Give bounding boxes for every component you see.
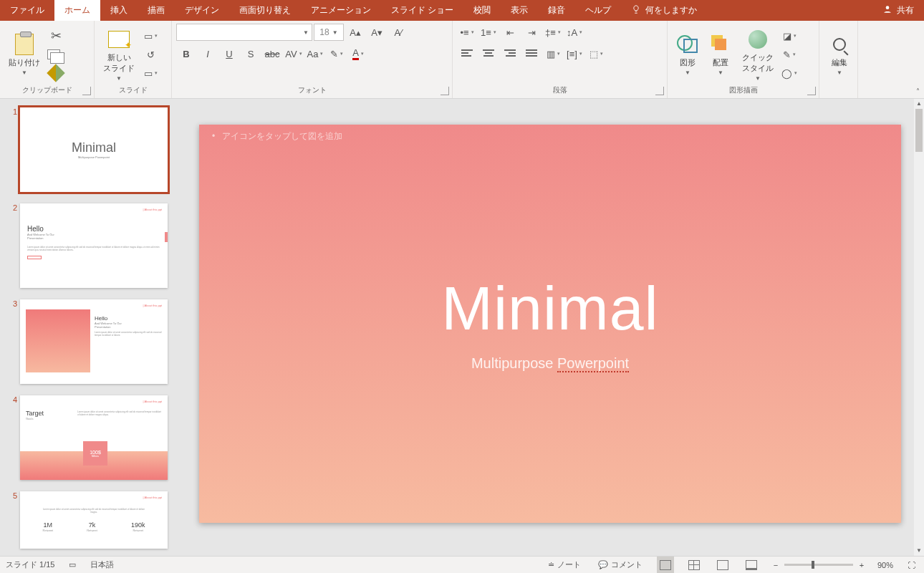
tab-review[interactable]: 校閲	[463, 0, 501, 21]
notes-button[interactable]: ≐ノート	[545, 557, 584, 573]
outdent-button[interactable]: ⇤	[500, 24, 520, 41]
slide-canvas[interactable]: アイコンをタップして図を追加 Minimal Multipurpose Powe…	[199, 125, 901, 523]
paragraph-launcher[interactable]	[655, 87, 664, 95]
tell-me-label: 何をしますか	[645, 4, 697, 16]
tab-slideshow[interactable]: スライド ショー	[381, 0, 463, 21]
group-slides: 新しい スライド ▼ ▭ ↺ ▭ スライド	[95, 21, 172, 98]
copy-icon	[47, 49, 60, 59]
font-color-button[interactable]: A	[348, 45, 368, 62]
tab-home[interactable]: ホーム	[54, 0, 100, 21]
canvas-scroll[interactable]: アイコンをタップして図を追加 Minimal Multipurpose Powe…	[186, 99, 914, 556]
indent-button[interactable]: ⇥	[521, 24, 542, 41]
slide-subtitle[interactable]: Multipurpose Powerpoint	[199, 355, 901, 372]
fit-to-window-button[interactable]: ⛶	[905, 557, 918, 573]
zoom-in-button[interactable]: +	[857, 561, 866, 569]
language-indicator[interactable]: 日本語	[90, 559, 114, 570]
slide-counter[interactable]: スライド 1/15	[6, 559, 54, 570]
strike-icon: abc	[265, 49, 280, 59]
spellcheck-button[interactable]: ▭	[66, 557, 79, 573]
grow-font-button[interactable]: A▴	[345, 24, 365, 41]
zoom-slider[interactable]	[784, 564, 853, 566]
tab-help[interactable]: ヘルプ	[575, 0, 621, 21]
thumb3-title: Hello	[95, 315, 162, 322]
font-size-combo[interactable]: 18▼	[314, 24, 344, 41]
view-reading-button[interactable]	[714, 557, 731, 573]
slide-title[interactable]: Minimal	[199, 272, 901, 343]
tab-design[interactable]: デザイン	[175, 0, 229, 21]
view-slideshow-button[interactable]	[743, 557, 760, 573]
bold-button[interactable]: B	[176, 45, 196, 62]
highlight-button[interactable]: ✎	[327, 45, 347, 62]
find-button[interactable]: 編集 ▼	[824, 32, 855, 77]
italic-button[interactable]: I	[198, 45, 218, 62]
align-left-button[interactable]	[457, 45, 477, 62]
group-clipboard-label: クリップボード	[22, 86, 72, 94]
scroll-down-button[interactable]: ▼	[914, 546, 924, 556]
reset-button[interactable]: ↺	[140, 46, 160, 63]
justify-button[interactable]	[521, 45, 542, 62]
thumb5-b-l: Retweet	[87, 529, 97, 532]
shrink-font-button[interactable]: A▾	[367, 24, 387, 41]
tab-transitions[interactable]: 画面切り替え	[229, 0, 301, 21]
zoom-knob[interactable]	[812, 561, 814, 569]
comments-button[interactable]: 💬コメント	[595, 557, 645, 573]
drawing-launcher[interactable]	[807, 87, 816, 95]
paste-button[interactable]: 貼り付け ▼	[4, 32, 44, 77]
layout-button[interactable]: ▭	[140, 27, 160, 44]
view-normal-button[interactable]	[657, 557, 674, 573]
tab-draw[interactable]: 描画	[138, 0, 175, 21]
text-direction-button[interactable]: ↕A	[564, 24, 584, 41]
font-launcher[interactable]	[441, 87, 449, 95]
slide-thumb-2[interactable]: 2 | About this ppt Hello And Welcome To …	[7, 203, 179, 288]
tab-view[interactable]: 表示	[501, 0, 538, 21]
scroll-up-button[interactable]: ▲	[914, 99, 924, 109]
bullets-button[interactable]: •≡	[457, 24, 477, 41]
shape-outline-button[interactable]: ✎	[779, 46, 799, 63]
quickstyles-button[interactable]: クイック スタイル ▼	[738, 27, 778, 83]
view-sorter-button[interactable]	[685, 557, 703, 573]
share-button[interactable]: 共有	[872, 0, 924, 21]
scroll-thumb[interactable]	[915, 109, 923, 152]
new-slide-button[interactable]: 新しい スライド ▼	[99, 27, 139, 83]
font-name-combo[interactable]: ▼	[176, 24, 312, 41]
tell-me[interactable]: 何をしますか	[621, 0, 707, 21]
numbering-button[interactable]: 1≡	[478, 24, 499, 41]
thumbnail-pane[interactable]: 1 Minimal Multipurpose Powerpoint 2 | Ab…	[0, 99, 186, 556]
shapes-button[interactable]: 図形 ▼	[672, 32, 703, 77]
clear-format-button[interactable]: A⁄	[388, 24, 408, 41]
strike-button[interactable]: abc	[262, 45, 282, 62]
collapse-ribbon-button[interactable]: ˄	[916, 87, 920, 95]
format-painter-button[interactable]	[46, 64, 66, 82]
zoom-control: − +	[771, 561, 866, 569]
tab-animations[interactable]: アニメーション	[301, 0, 381, 21]
align-text-button[interactable]: [≡]	[564, 45, 584, 62]
zoom-percent[interactable]: 90%	[877, 561, 893, 569]
smartart-button[interactable]: ⬚	[586, 45, 606, 62]
tab-recording[interactable]: 録音	[538, 0, 575, 21]
bold-icon: B	[183, 49, 189, 59]
line-spacing-button[interactable]: ‡≡	[543, 24, 563, 41]
section-button[interactable]: ▭	[140, 64, 160, 82]
shape-effects-button[interactable]: ◯	[779, 64, 799, 82]
cut-button[interactable]: ✂	[46, 27, 66, 44]
align-center-button[interactable]	[478, 45, 499, 62]
book-icon: ▭	[69, 560, 76, 569]
arrange-button[interactable]: 配置 ▼	[705, 32, 736, 77]
slide-thumb-4[interactable]: 4 | About this ppt Target Goals Lorem ip…	[7, 395, 179, 480]
text-shadow-button[interactable]: S	[241, 45, 261, 62]
clipboard-launcher[interactable]	[82, 87, 91, 95]
char-spacing-button[interactable]: AV	[284, 45, 304, 62]
slide-thumb-3[interactable]: 3 | About this ppt Hello And Welcome To …	[7, 299, 179, 384]
align-right-button[interactable]	[500, 45, 520, 62]
copy-button[interactable]	[46, 46, 66, 63]
tab-insert[interactable]: 挿入	[100, 0, 138, 21]
underline-button[interactable]: U	[219, 45, 239, 62]
zoom-out-button[interactable]: −	[771, 561, 780, 569]
change-case-button[interactable]: Aa	[305, 45, 325, 62]
slide-thumb-5[interactable]: 5 | About this ppt Lorem ipsum dolor sit…	[7, 491, 179, 549]
slide-thumb-1[interactable]: 1 Minimal Multipurpose Powerpoint	[7, 107, 179, 192]
tab-file[interactable]: ファイル	[0, 0, 54, 21]
vertical-scrollbar[interactable]: ▲ ▼	[914, 99, 924, 556]
shape-fill-button[interactable]: ◪	[779, 27, 799, 44]
columns-button[interactable]: ▥	[543, 45, 563, 62]
